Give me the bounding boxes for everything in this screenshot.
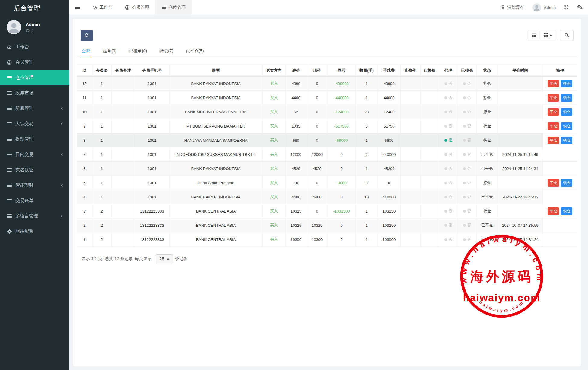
grid-view-button[interactable] bbox=[540, 30, 556, 41]
toggle-off[interactable]: 否 bbox=[463, 166, 471, 171]
toggle-off[interactable]: 否 bbox=[463, 194, 471, 200]
tab-workbench[interactable]: 工作台 bbox=[86, 0, 119, 15]
toggle-off[interactable]: 否 bbox=[463, 223, 471, 228]
column-header-current-price: 现价 bbox=[307, 65, 328, 77]
toggle-off[interactable]: 否 bbox=[463, 180, 471, 185]
fullscreen-button[interactable] bbox=[564, 5, 569, 10]
column-header-close-time: 平仓时间 bbox=[498, 65, 543, 77]
sidebar-item-intraday[interactable]: 日内交易 bbox=[0, 147, 69, 162]
sidebar-item-label: 新股管理 bbox=[15, 106, 33, 111]
cell-phone: 1301 bbox=[135, 176, 169, 190]
toggle-off[interactable]: 否 bbox=[444, 81, 453, 86]
sidebar-item-languages[interactable]: 多语言管理 bbox=[0, 208, 69, 224]
toggle-dot-icon bbox=[444, 210, 447, 213]
filter-tab-all[interactable]: 全部 bbox=[81, 46, 91, 57]
table-header-row: ID会员ID会员备注会员手机号股票买卖方向进价现价盈亏数量(手)手续费止盈价止损… bbox=[77, 65, 577, 77]
refresh-button[interactable] bbox=[81, 30, 93, 41]
close-position-button[interactable]: 平仓 bbox=[548, 122, 559, 130]
chevron-left-icon bbox=[61, 122, 64, 125]
lock-position-button[interactable]: 锁仓 bbox=[561, 122, 572, 130]
filter-tab-cancelled[interactable]: 已撤单(0) bbox=[129, 46, 147, 57]
sidebar-item-label: 多语言管理 bbox=[15, 213, 38, 219]
sidebar-item-positions[interactable]: 仓位管理 bbox=[0, 70, 69, 85]
toggle-off[interactable]: 否 bbox=[444, 237, 453, 242]
cell-quantity: 1 bbox=[355, 218, 378, 232]
sidebar-item-kyc[interactable]: 实名认证 bbox=[0, 162, 69, 178]
lock-position-button[interactable]: 锁仓 bbox=[561, 137, 572, 144]
cell-fee: 43900 bbox=[378, 77, 400, 91]
close-position-button[interactable]: 平仓 bbox=[548, 94, 559, 102]
sidebar: 后台管理 Admin ID: 1 工作台会员管理仓位管理股票市场新股管理大宗交易… bbox=[0, 0, 69, 370]
lock-position-button[interactable]: 锁仓 bbox=[561, 207, 572, 215]
toggle-dot-icon bbox=[444, 111, 447, 113]
tab-members[interactable]: 会员管理 bbox=[119, 0, 155, 15]
cell-locked: 否 bbox=[458, 133, 476, 147]
toggle-off[interactable]: 否 bbox=[444, 95, 453, 100]
toggle-off[interactable]: 否 bbox=[444, 180, 453, 185]
cell-close-time bbox=[498, 77, 543, 91]
cell-stock: Harta Aman Pratama bbox=[169, 176, 262, 190]
toggle-off[interactable]: 否 bbox=[463, 208, 471, 214]
toggle-off[interactable]: 否 bbox=[444, 223, 453, 228]
toggle-label: 否 bbox=[467, 223, 471, 228]
cell-direction: 买入 bbox=[262, 204, 285, 218]
close-position-button[interactable]: 平仓 bbox=[548, 207, 559, 215]
pagination-summary: 显示 1/1 页, 总共 12 条记录 bbox=[81, 256, 133, 261]
settings-button[interactable] bbox=[577, 5, 583, 10]
tab-positions[interactable]: 仓位管理 bbox=[155, 0, 192, 15]
sidebar-item-workbench[interactable]: 工作台 bbox=[0, 39, 69, 55]
filter-tab-closed[interactable]: 已平仓(5) bbox=[186, 46, 204, 57]
lock-position-button[interactable]: 锁仓 bbox=[561, 108, 572, 116]
toggle-off[interactable]: 否 bbox=[444, 109, 453, 115]
cell-entry-price: 660 bbox=[285, 133, 307, 147]
lock-position-button[interactable]: 锁仓 bbox=[561, 80, 572, 87]
toggle-dot-icon bbox=[444, 82, 447, 85]
sidebar-item-trade-bills[interactable]: 交易账单 bbox=[0, 193, 69, 208]
toggle-off[interactable]: 否 bbox=[444, 123, 453, 129]
toggle-off[interactable]: 否 bbox=[463, 95, 471, 100]
cell-quantity: 1 bbox=[355, 91, 378, 105]
list-view-button[interactable] bbox=[528, 30, 540, 41]
close-position-button[interactable]: 平仓 bbox=[548, 179, 559, 187]
toggle-off[interactable]: 否 bbox=[444, 166, 453, 171]
sidebar-item-members[interactable]: 会员管理 bbox=[0, 55, 69, 70]
close-position-button[interactable]: 平仓 bbox=[548, 108, 559, 116]
toggle-off[interactable]: 否 bbox=[463, 138, 471, 143]
table-toolbar bbox=[77, 30, 577, 41]
gear-icon bbox=[7, 229, 12, 234]
toggle-label: 否 bbox=[467, 81, 471, 86]
navbar-user[interactable]: Admin bbox=[532, 3, 556, 12]
filter-tab-holding[interactable]: 持仓(7) bbox=[159, 46, 173, 57]
sidebar-item-stock-market[interactable]: 股票市场 bbox=[0, 85, 69, 101]
sidebar-item-withdrawals[interactable]: 提现管理 bbox=[0, 131, 69, 147]
lock-position-button[interactable]: 锁仓 bbox=[561, 179, 572, 187]
column-header-stock: 股票 bbox=[169, 65, 262, 77]
toggle-off[interactable]: 否 bbox=[463, 123, 471, 129]
toggle-off[interactable]: 否 bbox=[463, 237, 471, 242]
toggle-off[interactable]: 否 bbox=[444, 194, 453, 200]
table-row: 1213122223333BANK CENTRAL ASIA买入10300103… bbox=[77, 232, 577, 247]
close-position-button[interactable]: 平仓 bbox=[548, 80, 559, 87]
column-header-status: 状态 bbox=[476, 65, 498, 77]
search-button[interactable] bbox=[560, 30, 574, 41]
filter-tab-pending[interactable]: 挂单(0) bbox=[103, 46, 117, 57]
toggle-off[interactable]: 否 bbox=[444, 152, 453, 157]
sidebar-item-site-config[interactable]: 网站配置 bbox=[0, 224, 69, 239]
toggle-label: 否 bbox=[449, 166, 453, 171]
lock-position-button[interactable]: 锁仓 bbox=[561, 94, 572, 102]
toggle-off[interactable]: 否 bbox=[444, 208, 453, 214]
cell-locked: 否 bbox=[458, 190, 476, 204]
toggle-off[interactable]: 否 bbox=[463, 109, 471, 115]
toggle-on[interactable]: 是 bbox=[444, 138, 453, 143]
page-size-select[interactable]: 25 bbox=[156, 254, 173, 263]
toggle-off[interactable]: 否 bbox=[463, 81, 471, 86]
sidebar-item-smart-finance[interactable]: 智能理财 bbox=[0, 178, 69, 193]
sidebar-item-new-stock[interactable]: 新股管理 bbox=[0, 101, 69, 116]
clear-cache-button[interactable]: 清除缓存 bbox=[501, 5, 524, 10]
sidebar-item-block-trade[interactable]: 大宗交易 bbox=[0, 116, 69, 131]
toggle-off[interactable]: 否 bbox=[463, 152, 471, 157]
toggle-label: 否 bbox=[449, 237, 453, 242]
sidebar-toggle-button[interactable] bbox=[69, 6, 86, 9]
close-position-button[interactable]: 平仓 bbox=[548, 137, 559, 144]
toggle-dot-icon bbox=[463, 96, 466, 99]
